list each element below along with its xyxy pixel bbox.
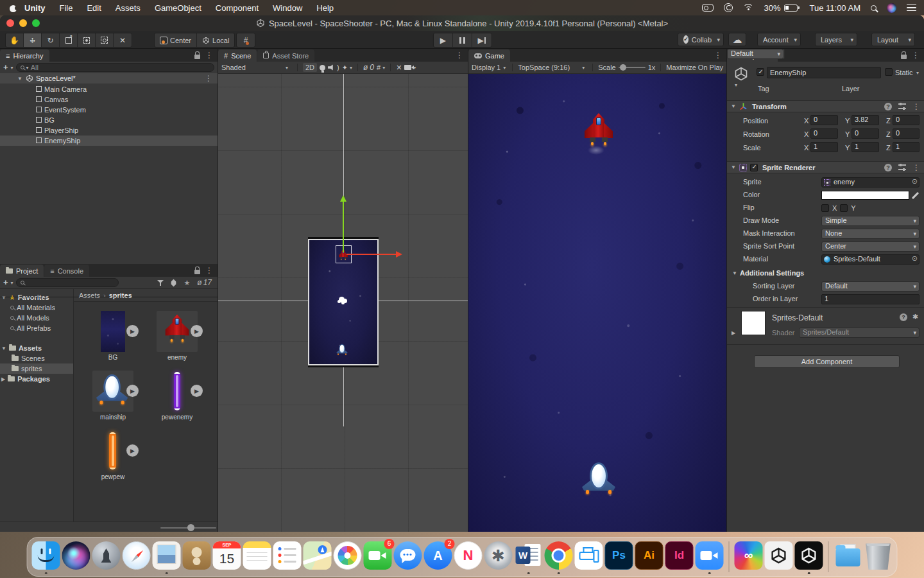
pause-button[interactable] [453,33,472,47]
panel-divider[interactable] [218,49,218,532]
folder-scenes[interactable]: Scenes [0,353,73,363]
rotation-z-field[interactable]: 0 [893,128,920,139]
dock-photos[interactable] [334,541,362,570]
cloud-services-button[interactable]: ☁ [728,33,746,46]
dock-chrome[interactable] [545,541,573,570]
dock-creative-cloud[interactable]: ∞ [735,541,763,570]
move-gizmo-y-arrow[interactable] [343,201,344,252]
handle-space-toggle-button[interactable]: Local [197,33,234,47]
color-swatch[interactable] [821,191,909,200]
menu-unity[interactable]: Unity [17,3,53,13]
hierarchy-create-button[interactable]: + [3,64,8,71]
panel-menu-icon[interactable]: ⋮ [205,51,213,60]
minimize-window-button[interactable] [19,19,27,27]
material-object-field[interactable]: Sprites-Default [821,254,920,265]
account-dropdown[interactable]: Account [757,33,801,46]
search-by-type-icon[interactable] [157,279,164,286]
dock-contacts[interactable] [183,541,211,570]
favorites-toggle-icon[interactable]: ★ [184,279,190,287]
favorite-all-materials[interactable]: All Materials [0,302,73,313]
scale-z-field[interactable]: 1 [893,142,920,152]
scene-menu-icon[interactable]: ⋮ [205,74,212,83]
dock-siri[interactable] [62,541,90,570]
rotation-x-field[interactable]: 0 [810,128,838,139]
menu-edit[interactable]: Edit [80,3,108,13]
screen-mirroring-icon[interactable] [702,4,714,12]
custom-tools-button[interactable]: ✕ [114,33,132,47]
scale-tool-button[interactable]: ↗ [60,33,78,47]
hierarchy-search-input[interactable]: ▾ All [16,63,214,72]
menubar-clock[interactable]: Tue 11:00 AM [810,3,861,13]
dock-unity-editor[interactable] [795,541,823,570]
hierarchy-item-enemyship[interactable]: EnemyShip [0,136,218,146]
scene-visibility-toggle[interactable]: ø0 [363,63,374,72]
menu-help[interactable]: Help [309,3,341,13]
apple-menu-icon[interactable] [9,4,17,12]
hidden-packages-toggle[interactable]: ø17 [197,278,212,287]
menu-gameobject[interactable]: GameObject [148,3,209,13]
hand-tool-button[interactable]: ✋ [6,33,24,47]
sprite-object-field[interactable]: enemy [821,177,920,188]
favorite-all-prefabs[interactable]: All Prefabs [0,323,73,333]
expand-sprite-button[interactable]: ▶ [126,385,139,397]
lighting-toggle-icon[interactable] [320,65,325,71]
dock-photoshop[interactable]: Ps [605,541,633,570]
hierarchy-item-canvas[interactable]: Canvas [0,94,218,105]
hierarchy-scene-row[interactable]: ▼ SpaceLevel* ⋮ [0,73,218,83]
dock-calendar[interactable]: SEP15 [213,541,241,570]
menu-file[interactable]: File [53,3,80,13]
project-create-button[interactable]: + [3,279,8,286]
scene-player-ship[interactable] [336,343,348,355]
rotate-tool-button[interactable]: ↻ [42,33,60,47]
lock-icon[interactable] [194,55,200,59]
hierarchy-item-main-camera[interactable]: Main Camera [0,84,218,94]
2d-toggle-button[interactable]: 2D [303,63,317,72]
object-picker-icon[interactable]: ⊙ [912,254,918,263]
creative-cloud-menu-icon[interactable] [724,3,733,12]
asset-enemy[interactable]: ▶ enemy [153,311,201,361]
gameobject-cube-icon[interactable] [733,66,749,82]
dock-zoom[interactable] [696,541,724,570]
component-tools-icon[interactable]: ✕ [396,64,402,72]
dock-reminders[interactable] [273,541,302,570]
object-picker-icon[interactable]: ⊙ [912,177,918,186]
layers-dropdown[interactable]: Layers [815,33,857,46]
dock-trash[interactable] [864,541,893,570]
maximize-on-play-toggle[interactable]: Maximize On Play [666,64,723,71]
zoom-window-button[interactable] [32,19,40,27]
transform-component-header[interactable]: ▼ Transform ? ⋮ [727,100,924,112]
breadcrumb-root[interactable]: Assets [79,292,100,299]
game-viewport[interactable] [468,74,726,532]
sprite-sort-point-dropdown[interactable]: Center [821,241,920,252]
dock-launchpad[interactable] [92,541,121,570]
dock-safari[interactable] [123,541,151,570]
battery-indicator[interactable]: 30% [764,3,799,13]
asset-pewenemy[interactable]: ▶ pewenemy [153,371,201,421]
component-menu-icon[interactable]: ⋮ [912,163,920,172]
help-icon[interactable]: ? [884,164,892,171]
dock-notes[interactable] [243,541,271,570]
shader-dropdown[interactable]: Sprites/Default [799,328,920,338]
component-enabled-checkbox[interactable] [750,164,758,171]
pivot-toggle-button[interactable]: Center [155,33,197,47]
hierarchy-item-playership[interactable]: PlayerShip [0,125,218,136]
layer-dropdown[interactable]: Default [727,49,783,59]
asset-pewpew[interactable]: ▶ pewpew [89,430,137,480]
help-icon[interactable]: ? [884,103,892,110]
step-button[interactable]: ▶ [472,33,492,47]
expand-sprite-button[interactable]: ▶ [126,325,139,337]
help-icon[interactable]: ? [900,313,907,321]
hierarchy-item-bg[interactable]: BG [0,115,218,125]
create-dropdown-arrow[interactable]: ▾ [11,280,13,286]
gameobject-icon-dropdown[interactable]: ▾ [735,82,737,88]
hierarchy-item-eventsystem[interactable]: EventSystem [0,105,218,115]
camera-settings-dropdown[interactable]: ▾ [404,65,416,71]
flip-x-checkbox[interactable] [821,204,829,212]
scene-viewport[interactable] [218,74,468,532]
presets-icon[interactable] [898,103,906,109]
audio-toggle-icon[interactable]: ) [328,64,339,71]
panel-menu-icon[interactable]: ⋮ [912,51,920,60]
expand-sprite-button[interactable]: ▶ [126,444,139,457]
thumbnail-size-slider[interactable] [0,521,218,532]
panel-menu-icon[interactable]: ⋮ [205,266,213,275]
